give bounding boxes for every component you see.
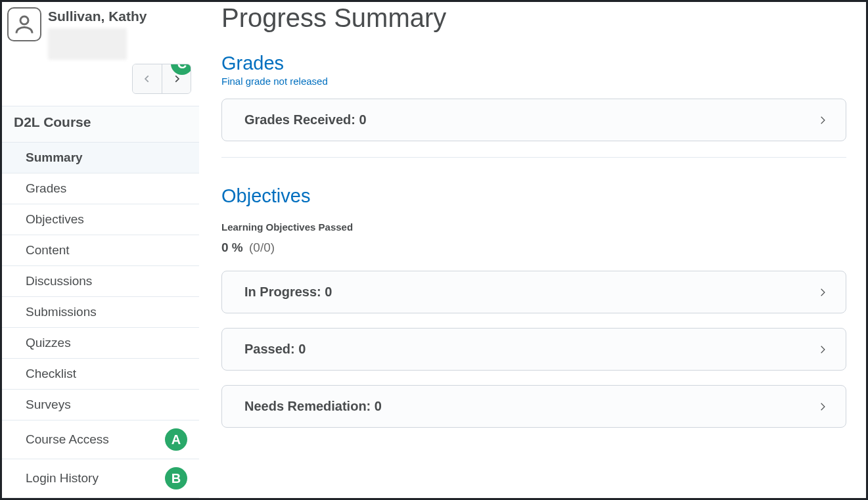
badge-b: B <box>165 467 187 489</box>
nav-label: Discussions <box>26 274 92 288</box>
nav-label: Surveys <box>26 398 71 412</box>
sidebar: Sullivan, Kathy C D2L Course <box>2 2 199 498</box>
course-header: D2L Course <box>2 106 199 142</box>
chevron-right-icon <box>818 286 827 298</box>
main-content: Progress Summary Grades Final grade not … <box>199 2 866 498</box>
avatar <box>7 7 41 41</box>
chevron-left-icon <box>143 74 152 83</box>
nav-label: Login History <box>26 471 99 486</box>
grades-heading[interactable]: Grades <box>221 53 846 74</box>
nav-label: Checklist <box>26 367 76 381</box>
objectives-pct: 0 % <box>221 240 243 254</box>
chevron-right-icon <box>818 114 827 126</box>
section-divider <box>221 157 846 158</box>
card-label: Passed: 0 <box>244 342 306 357</box>
student-pager: C <box>132 64 191 94</box>
sidebar-footer-bar <box>2 497 199 500</box>
objectives-sub: Learning Objectives Passed <box>221 221 846 233</box>
in-progress-card[interactable]: In Progress: 0 <box>221 271 846 313</box>
svg-point-0 <box>20 16 28 24</box>
nav-label: Quizzes <box>26 336 71 350</box>
redacted-block <box>48 28 127 60</box>
nav-label: Objectives <box>26 212 84 227</box>
card-label: Grades Received: 0 <box>244 112 367 127</box>
card-label: Needs Remediation: 0 <box>244 399 382 414</box>
user-name: Sullivan, Kathy <box>48 7 194 24</box>
nav-item-course-access[interactable]: Course Access A <box>2 420 199 459</box>
objectives-stat: 0 % (0/0) <box>221 240 846 255</box>
needs-remediation-card[interactable]: Needs Remediation: 0 <box>221 385 846 428</box>
nav-item-surveys[interactable]: Surveys <box>2 390 199 420</box>
nav-item-discussions[interactable]: Discussions <box>2 266 199 297</box>
nav-item-login-history[interactable]: Login History B <box>2 459 199 498</box>
nav-item-objectives[interactable]: Objectives <box>2 204 199 235</box>
user-block: Sullivan, Kathy <box>2 5 199 60</box>
nav-label: Content <box>26 243 70 258</box>
chevron-right-icon <box>172 74 181 83</box>
page-title: Progress Summary <box>221 3 846 33</box>
nav-label: Summary <box>26 150 83 165</box>
nav-item-grades[interactable]: Grades <box>2 173 199 204</box>
grades-sub[interactable]: Final grade not released <box>221 76 846 87</box>
chevron-right-icon <box>818 401 827 413</box>
nav-item-checklist[interactable]: Checklist <box>2 359 199 390</box>
objectives-heading[interactable]: Objectives <box>221 185 846 207</box>
nav-label: Course Access <box>26 432 109 447</box>
nav-item-quizzes[interactable]: Quizzes <box>2 328 199 359</box>
nav-label: Submissions <box>26 305 97 319</box>
badge-a: A <box>165 428 187 451</box>
passed-card[interactable]: Passed: 0 <box>221 328 846 371</box>
nav-label: Grades <box>26 181 66 196</box>
nav-item-submissions[interactable]: Submissions <box>2 297 199 328</box>
prev-student-button[interactable] <box>133 64 162 93</box>
chevron-right-icon <box>818 344 827 355</box>
nav-item-summary[interactable]: Summary <box>2 142 199 173</box>
nav-list: Summary Grades Objectives Content Discus… <box>2 142 199 498</box>
nav-item-content[interactable]: Content <box>2 235 199 266</box>
card-label: In Progress: 0 <box>244 284 332 300</box>
person-icon <box>12 12 36 36</box>
grades-received-card[interactable]: Grades Received: 0 <box>221 99 846 141</box>
objectives-frac: (0/0) <box>249 240 275 254</box>
